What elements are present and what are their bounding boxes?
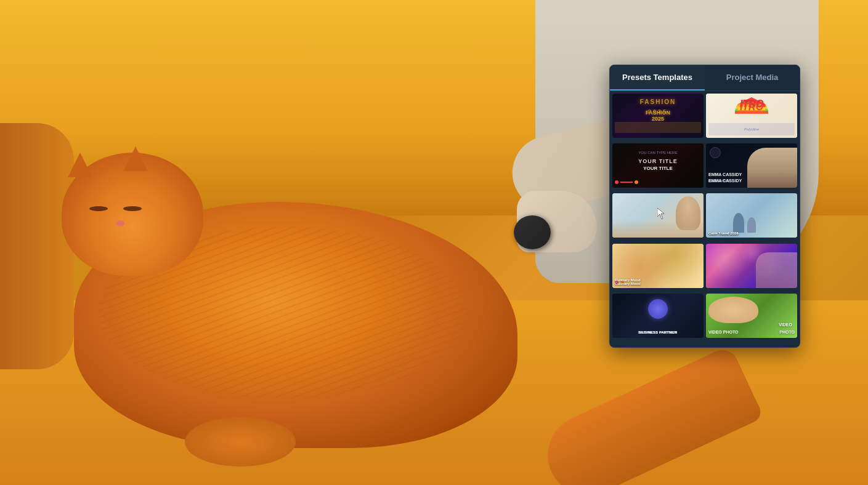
template-thumbnail-5[interactable] xyxy=(612,193,704,238)
template-thumbnail-8[interactable] xyxy=(706,244,797,288)
cat-paw-front xyxy=(185,417,296,467)
cat-ear-left xyxy=(68,153,92,177)
cat-ear-right xyxy=(123,146,148,171)
template-thumbnail-10[interactable]: PHOTO VIDEO xyxy=(706,294,797,338)
template-thumbnail-4[interactable]: EMMA CASSIDY HOST EDITOR xyxy=(706,143,797,188)
template-thumbnail-3[interactable]: YOU CAN TYPE HERE YOUR TITLE xyxy=(612,143,704,188)
tab-project-media[interactable]: Project Media xyxy=(705,65,800,90)
tab-presets-templates[interactable]: Presets Templates xyxy=(610,65,705,90)
thumbnail-grid: FASHION 2025 ITRO Polycline YOU CAN TYPE… xyxy=(610,91,800,343)
template-thumbnail-9[interactable]: BUSINESS PARTNER xyxy=(612,294,704,338)
thumb-3-dots xyxy=(615,180,638,184)
cat-nose xyxy=(116,220,124,226)
template-thumbnail-6[interactable]: Calm Travel 2022 xyxy=(706,193,797,238)
panel: Presets Templates Project Media FASHION … xyxy=(609,65,800,348)
tab-bar: Presets Templates Project Media xyxy=(610,65,800,91)
template-thumbnail-7[interactable]: Culinary Mood xyxy=(612,244,704,288)
sofa-arm-left xyxy=(0,123,74,369)
cat-eye-right xyxy=(123,206,142,211)
template-thumbnail-2[interactable]: ITRO Polycline xyxy=(706,94,797,138)
grooming-brush xyxy=(514,215,551,249)
template-thumbnail-1[interactable]: FASHION 2025 xyxy=(612,94,704,138)
cat-eye-left xyxy=(89,206,108,211)
